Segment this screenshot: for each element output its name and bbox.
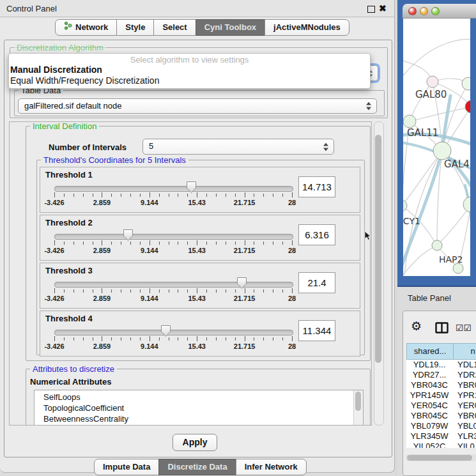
scrollbar-thumb[interactable] [355, 392, 361, 411]
table-rows[interactable]: YDL19...YDL1YDR27...YDR2YBR043CYBR0YPR14… [406, 360, 476, 448]
table-row[interactable]: YBL079WYBL0 [406, 421, 476, 431]
network-edge[interactable] [410, 82, 433, 121]
attribute-list-item[interactable]: BetweennessCentrality [35, 413, 363, 424]
column-header-shared[interactable]: shared... [406, 343, 454, 360]
cell-shared-name: YDR27... [406, 370, 452, 380]
network-node[interactable] [432, 240, 442, 250]
zoom-traffic-light[interactable] [431, 7, 440, 15]
network-node[interactable] [427, 76, 438, 88]
tick-mark [282, 242, 283, 245]
tab-infer-network[interactable]: Infer Network [236, 459, 307, 475]
tick-mark [83, 194, 84, 197]
popup-item-equal-width-frequency[interactable]: Equal Width/Frequency Discretization [9, 75, 370, 86]
table-row[interactable]: YPR145WYPR1 [406, 390, 476, 401]
tick-mark [54, 288, 55, 293]
threshold-value-field[interactable]: 14.713 [298, 176, 335, 197]
tab-discretize-data[interactable]: Discretize Data [158, 459, 236, 475]
attribute-list-item[interactable]: SelfLoops [35, 392, 363, 403]
tick-mark [187, 194, 188, 197]
network-edge[interactable] [403, 39, 470, 75]
tick-label: 9.144 [141, 342, 158, 350]
slider-track[interactable] [54, 186, 293, 192]
tick-label: 28 [288, 295, 296, 302]
popup-item-manual-discretization[interactable]: Manual Discretization [9, 65, 370, 75]
tab-impute-data[interactable]: Impute Data [94, 459, 159, 475]
tab-cyni-toolbox[interactable]: Cyni Toolbox [196, 19, 265, 36]
algorithm-dropdown-popup: Select algorithm to view settings Manual… [8, 53, 371, 89]
network-edge[interactable] [437, 204, 470, 245]
threshold-value-field[interactable]: 21.4 [298, 272, 335, 293]
network-canvas[interactable]: GAL80GACGAL11GAL4GCY1HHAP2 [403, 19, 470, 276]
tick-mark [54, 336, 55, 341]
tick-label: 28 [288, 199, 296, 206]
tick-mark [282, 289, 283, 293]
close-traffic-light[interactable] [408, 7, 417, 15]
threshold-value-field[interactable]: 6.316 [298, 224, 335, 245]
table-row[interactable]: YDL19...YDL1 [406, 360, 476, 370]
column-header-name[interactable]: n [453, 343, 476, 360]
tick-mark [178, 337, 178, 341]
table-row[interactable]: YBR043CYBR0 [406, 380, 476, 390]
network-edge[interactable] [410, 107, 470, 121]
tick-mark [245, 192, 245, 197]
number-of-intervals-label: Number of Intervals [49, 142, 127, 152]
threshold-panel-2: Threshold 2-3.4262.8599.14415.4321.71528… [40, 215, 360, 261]
tick-label: 21.715 [234, 199, 256, 206]
attributes-scrollbar[interactable] [353, 390, 363, 426]
number-of-intervals-combobox[interactable]: 5 [142, 139, 334, 155]
attribute-list-item[interactable]: TopologicalCoefficient [35, 403, 363, 413]
split-columns-icon[interactable] [435, 322, 449, 336]
network-node[interactable] [433, 142, 451, 160]
tab-network[interactable]: Network [55, 19, 117, 36]
network-node[interactable] [403, 200, 407, 211]
tick-mark [130, 337, 131, 341]
mouse-cursor [364, 231, 371, 243]
table-row[interactable]: YLR345WYLR3 [406, 431, 476, 441]
tab-style[interactable]: Style [116, 19, 154, 36]
tick-mark [150, 288, 150, 293]
tab-select[interactable]: Select [153, 19, 196, 36]
network-node[interactable] [462, 77, 470, 90]
table-data-combobox[interactable]: galFiltered.sif default node [18, 98, 377, 114]
slider-track[interactable] [54, 282, 293, 288]
table-panel: ⚙ ☑☑ shared... n YDL19...YDL1YDR27...YDR… [403, 311, 476, 476]
tick-mark [273, 337, 273, 341]
slider-track[interactable] [54, 234, 293, 240]
tick-mark [235, 289, 236, 293]
slider-knob[interactable] [236, 277, 247, 289]
cell-name: YBR0 [452, 411, 476, 420]
network-edge[interactable] [403, 151, 442, 206]
table-row[interactable]: YBR045CYBR0 [406, 411, 476, 421]
slider-knob[interactable] [186, 181, 197, 194]
slider-knob[interactable] [123, 229, 134, 242]
table-row[interactable]: YER054CYER0 [406, 401, 476, 411]
slider-track[interactable] [54, 330, 293, 335]
network-node[interactable] [453, 263, 463, 273]
numerical-attributes-list[interactable]: SelfLoopsTopologicalCoefficientBetweenne… [34, 390, 364, 426]
checkbox-icons[interactable]: ☑☑ [456, 323, 472, 333]
scrollbar-thumb[interactable] [407, 455, 472, 461]
tick-mark [178, 289, 178, 293]
gear-icon[interactable]: ⚙ [411, 320, 422, 332]
float-window-icon[interactable] [367, 6, 375, 13]
network-node[interactable] [403, 115, 416, 128]
network-node[interactable] [465, 100, 470, 113]
network-edge-thick[interactable] [403, 151, 442, 275]
apply-button[interactable]: Apply [173, 434, 217, 451]
tick-mark [54, 240, 55, 245]
slider-knob[interactable] [160, 325, 171, 337]
minimize-traffic-light[interactable] [420, 7, 428, 15]
network-window-titlebar[interactable] [403, 4, 476, 19]
table-horizontal-scrollbar[interactable] [406, 454, 476, 461]
tab-jactivemnodules[interactable]: jActiveMNodules [265, 19, 349, 36]
settings-scrollbar[interactable] [374, 121, 384, 426]
network-node[interactable] [463, 197, 470, 212]
table-row[interactable]: YIL052CYIL0 [406, 441, 476, 448]
close-icon[interactable]: ✖ [379, 3, 387, 13]
table-row[interactable]: YDR27...YDR2 [406, 370, 476, 380]
threshold-value-field[interactable]: 11.344 [298, 320, 335, 341]
panel-title: Control Panel [6, 4, 57, 13]
cell-shared-name: YER054C [406, 401, 452, 410]
scrollbar-thumb[interactable] [375, 135, 381, 363]
tick-mark [150, 240, 150, 245]
